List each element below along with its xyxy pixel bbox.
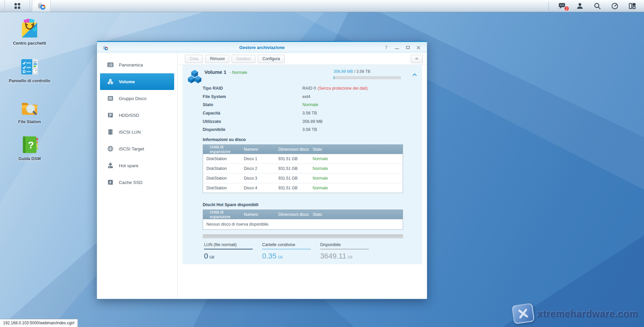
maximize-button[interactable] xyxy=(405,45,411,50)
stat-available: Disponibile 3649.11GB xyxy=(320,242,369,261)
ssd-cache-icon xyxy=(107,179,114,186)
close-button[interactable] xyxy=(415,45,422,50)
col-status: Stato xyxy=(309,210,403,220)
desktop-icon-label: Centro pacchetti xyxy=(13,41,46,46)
dsm-help-icon: ? xyxy=(19,134,40,155)
sidebar-item-gruppo-disco[interactable]: Gruppo Disco xyxy=(97,90,177,107)
disk-info-title: Informazioni su disco xyxy=(203,137,422,142)
sidebar-item-label: HDD/SSD xyxy=(119,113,139,118)
volume-details: Tipo RAID RAID 0 (Senza protezione dei d… xyxy=(203,84,422,134)
control-panel-icon xyxy=(19,56,40,77)
window-title: Gestore archiviazione xyxy=(97,45,427,50)
notifications-badge: 2 xyxy=(564,6,569,11)
stat-shared-folders: Cartelle condivise 0.35GB xyxy=(262,242,311,261)
col-number: Numero xyxy=(241,210,275,220)
main-menu-button[interactable] xyxy=(4,0,30,12)
volume-usage-bar xyxy=(334,76,401,79)
status-ok-value: Normale xyxy=(302,102,318,107)
user-menu-button[interactable] xyxy=(576,2,584,10)
detail-row-utilizzato: Utilizzato 356.89 MB xyxy=(203,117,422,126)
empty-row: Nessun disco di riserva disponibile. xyxy=(203,219,403,229)
table-row[interactable]: DiskStation Disco 2 931.51 GB Normale xyxy=(203,164,403,174)
create-button[interactable]: Crea xyxy=(185,55,203,63)
desktop-icon-control-panel[interactable]: Pannello di controllo xyxy=(7,56,52,84)
desktop-icon-package-center[interactable]: Centro pacchetti xyxy=(7,19,52,46)
capacity-stats: LUN (file normali) 0GB Cartelle condivis… xyxy=(204,242,422,261)
taskbar-divider xyxy=(548,2,549,10)
overview-icon xyxy=(107,61,114,68)
sidebar-item-label: Hot spare xyxy=(119,163,139,168)
stat-lun: LUN (file normali) 0GB xyxy=(204,242,253,261)
storage-manager-icon xyxy=(37,1,46,10)
volume-panel: Volume 1 - Normale 356.89 MB / 3.56 TB xyxy=(183,65,422,264)
table-header-row: Unità di espansione Numero Dimensioni di… xyxy=(203,144,403,154)
table-row[interactable]: DiskStation Disco 1 931.51 GB Normale xyxy=(203,154,403,164)
collapse-button[interactable] xyxy=(412,72,417,78)
volume-header: Volume 1 - Normale 356.89 MB / 3.56 TB xyxy=(183,65,422,82)
main-content: Crea Rimuovi Gestisci Configura xyxy=(178,53,427,299)
detail-row-stato: Stato Normale xyxy=(203,101,422,109)
chevron-up-icon xyxy=(412,73,417,76)
sidebar-item-label: iSCSI LUN xyxy=(119,130,141,135)
capacity-usage-bar xyxy=(203,234,403,238)
database-icon xyxy=(107,129,114,135)
desktop-icon-file-station[interactable]: File Station xyxy=(7,97,52,125)
window-titlebar[interactable]: Gestore archiviazione ? xyxy=(97,41,427,53)
disk-group-icon xyxy=(107,95,114,102)
search-button[interactable] xyxy=(593,2,602,10)
volume-usage: 356.89 MB / 3.56 TB xyxy=(334,69,401,79)
taskbar: 2 xyxy=(0,0,644,12)
raid-warning: (Senza protezione dei dati) xyxy=(317,86,367,91)
sidebar-item-label: Panoramica xyxy=(119,62,143,67)
sidebar-item-hot-spare[interactable]: Hot spare xyxy=(97,157,177,174)
sort-descending-icon xyxy=(415,56,418,61)
manage-button[interactable]: Gestisci xyxy=(232,55,255,63)
sidebar-item-iscsi-lun[interactable]: iSCSI LUN xyxy=(97,124,177,140)
sidebar: Panoramica Volume xyxy=(97,53,178,299)
volume-name: Volume 1 xyxy=(204,69,227,75)
sort-button[interactable] xyxy=(411,55,423,63)
watermark-text: xtremehardware.com xyxy=(537,308,638,319)
volume-cubes-icon xyxy=(107,78,114,85)
col-unit: Unità di espansione xyxy=(203,210,241,220)
main-menu-icon xyxy=(13,2,21,10)
volume-total: / 3.56 TB xyxy=(353,69,370,74)
help-button[interactable]: ? xyxy=(383,45,389,50)
watermark-x-badge xyxy=(512,303,535,324)
sidebar-item-volume[interactable]: Volume xyxy=(100,73,174,90)
col-size: Dimensioni disco xyxy=(275,144,309,154)
volume-status: - Normale xyxy=(230,70,247,75)
hdd-icon xyxy=(107,112,114,119)
pilot-view-button[interactable] xyxy=(628,2,637,10)
sidebar-item-hdd-ssd[interactable]: HDD/SSD xyxy=(97,107,177,124)
configure-button[interactable]: Configura xyxy=(258,55,285,63)
browser-status-url: 192.168.0.103:5000/webman/index.cgi# xyxy=(0,319,78,327)
svg-text:?: ? xyxy=(28,140,34,150)
minimize-button[interactable] xyxy=(394,45,400,50)
globe-icon xyxy=(107,145,114,152)
gauge-icon xyxy=(611,2,618,10)
sidebar-item-cache-ssd[interactable]: Cache SSD xyxy=(97,174,177,191)
notifications-button[interactable]: 2 xyxy=(558,2,567,10)
table-row[interactable]: DiskStation Disco 4 931.51 GB Normale xyxy=(203,183,403,193)
sidebar-item-panoramica[interactable]: Panoramica xyxy=(97,56,177,73)
hot-spare-empty-message: Nessun disco di riserva disponibile. xyxy=(203,219,403,229)
close-icon xyxy=(416,46,420,50)
taskbar-storage-manager-button[interactable] xyxy=(32,0,51,12)
hot-spare-icon xyxy=(107,162,114,169)
detail-row-file-system: File System ext4 xyxy=(203,93,422,101)
sidebar-item-iscsi-target[interactable]: iSCSI Target xyxy=(97,140,177,157)
table-row[interactable]: DiskStation Disco 3 931.51 GB Normale xyxy=(203,174,403,183)
x-logo-icon xyxy=(517,307,530,320)
layout-icon xyxy=(629,2,636,10)
desktop-icon-dsm-help[interactable]: ? Guida DSM xyxy=(7,134,52,162)
hot-spare-table: Unità di espansione Numero Dimensioni di… xyxy=(203,209,403,230)
detail-row-capacita: Capacità 3.56 TB xyxy=(203,109,422,118)
toolbar: Crea Rimuovi Gestisci Configura xyxy=(178,53,427,65)
remove-button[interactable]: Rimuovi xyxy=(205,55,229,63)
widgets-button[interactable] xyxy=(610,2,619,10)
storage-manager-window: Gestore archiviazione ? xyxy=(97,41,427,299)
col-status: Stato xyxy=(309,144,403,154)
desktop-icon-label: Guida DSM xyxy=(18,156,41,162)
volume-used: 356.89 MB xyxy=(334,69,353,74)
